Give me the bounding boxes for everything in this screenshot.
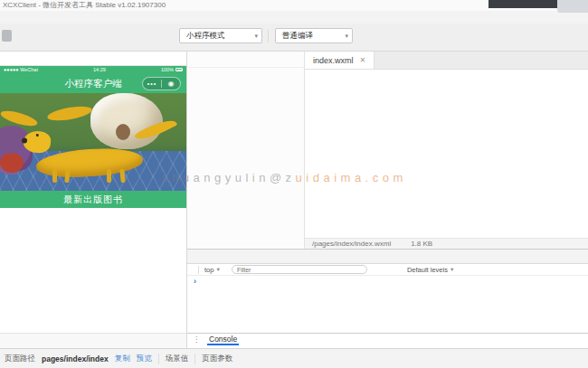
filter-input[interactable]	[232, 265, 367, 274]
simulator-panel: ●●●●● WeChat 14:29 100% 小程序客户端 ••• ◉	[0, 52, 187, 348]
toolbar-separator	[268, 30, 269, 42]
menu-capsule[interactable]: ••• ◉	[142, 77, 181, 90]
drawer-tab-console[interactable]: Console	[207, 334, 239, 345]
editor-tab-bar: index.wxml ✕	[305, 52, 588, 70]
menu-bar	[0, 11, 588, 24]
banner-photo-banana-dog	[0, 93, 186, 191]
book-list	[0, 208, 186, 333]
console-toolbar: top▼ Default levels▼	[187, 264, 588, 276]
code-area[interactable]	[305, 70, 588, 71]
page-path-value: pages/index/index	[42, 354, 109, 363]
log-levels-select[interactable]: Default levels▼	[407, 266, 454, 274]
more-dots-icon[interactable]: •••	[143, 78, 161, 90]
phone-nav-bar: 小程序客户端 ••• ◉	[0, 73, 186, 93]
file-size: 1.8 KB	[411, 240, 432, 248]
editor-status-bar: /pages/index/index.wxml 1.8 KB	[305, 238, 588, 249]
wechat-devtools-window: XCXClient - 微信开发者工具 Stable v1.02.1907300…	[0, 0, 588, 368]
file-path: /pages/index/index.wxml	[312, 240, 391, 248]
context-select[interactable]: top▼	[204, 266, 221, 274]
bottom-status-bar: 页面路径 pages/index/index 复制 预览 场景值 页面参数	[0, 348, 588, 368]
photo-cauliflower-sheep	[90, 93, 163, 149]
photo-banana-ear-right	[46, 104, 92, 123]
drawer-menu-icon[interactable]: ⋮	[193, 335, 200, 344]
battery-label: 100%	[161, 67, 183, 72]
photo-banana-leg	[107, 169, 111, 183]
time-label: 14:29	[93, 67, 106, 72]
user-avatar[interactable]	[2, 30, 12, 42]
console-drawer: ⋮ Console	[187, 333, 588, 348]
close-icon[interactable]: ✕	[360, 56, 366, 64]
main-toolbar: 小程序模式 普通编译	[0, 24, 588, 52]
toolbar-separator	[198, 266, 199, 274]
console-prompt[interactable]: ›	[187, 276, 588, 286]
copy-link[interactable]: 复制	[115, 354, 130, 364]
home-capsule-icon[interactable]: ◉	[162, 78, 180, 90]
battery-icon	[175, 68, 183, 71]
editor-tab-label: index.wxml	[313, 56, 354, 65]
debugger-panel: top▼ Default levels▼ › ⋮ Console	[187, 249, 588, 348]
mode-select[interactable]: 小程序模式	[179, 28, 262, 43]
page-params-label[interactable]: 页面参数	[202, 354, 232, 364]
explorer-toolbar	[187, 52, 304, 68]
statusbar-separator	[158, 354, 159, 364]
photo-banana-leg	[52, 169, 57, 183]
debugger-tab-bar	[187, 250, 588, 264]
page-path-label: 页面路径	[5, 354, 35, 364]
statusbar-separator	[194, 354, 195, 364]
carrier-label: ●●●●● WeChat	[4, 67, 38, 72]
phone-tab-bar	[0, 333, 186, 348]
editor-tab-index-wxml[interactable]: index.wxml ✕	[305, 52, 375, 69]
section-banner: 最新出版图书	[0, 191, 186, 208]
compile-select[interactable]: 普通编译	[275, 28, 353, 43]
photo-red-fruit	[0, 153, 24, 173]
background-window-corner	[557, 0, 588, 13]
photo-sheep-face	[116, 124, 130, 140]
page-title: 小程序客户端	[65, 78, 122, 89]
preview-link[interactable]: 预览	[137, 354, 152, 364]
simulator-toolbar	[0, 52, 186, 66]
scene-value-label[interactable]: 场景值	[166, 354, 189, 364]
file-explorer	[187, 52, 305, 249]
code-editor[interactable]: index.wxml ✕ /pages/index/index.wxml 1.8…	[305, 52, 588, 249]
phone-screen: ●●●●● WeChat 14:29 100% 小程序客户端 ••• ◉	[0, 66, 186, 348]
phone-status-bar: ●●●●● WeChat 14:29 100%	[0, 66, 186, 73]
